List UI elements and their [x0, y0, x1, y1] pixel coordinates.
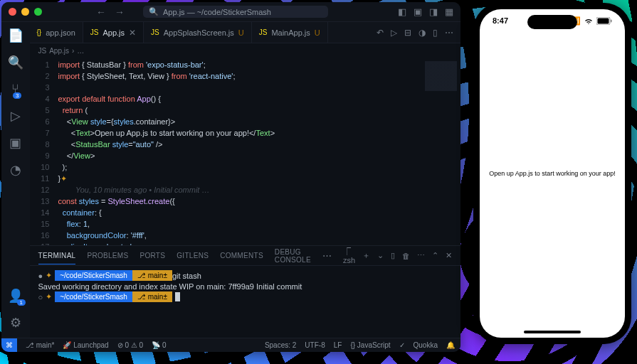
panel-tab-ports[interactable]: PORTS: [139, 252, 165, 259]
run-icon[interactable]: ▷: [391, 28, 397, 38]
vscode-window: ← → 🔍 App.js — ~/code/StickerSmash ◧ ▣ ◨…: [1, 2, 460, 352]
maximize-window-button[interactable]: [34, 8, 42, 16]
kill-terminal-icon[interactable]: 🗑: [402, 252, 410, 260]
search-text: App.js — ~/code/StickerSmash: [163, 8, 271, 16]
iphone-screen[interactable]: 8:47 📶 Open up App.js to start working o…: [480, 9, 625, 338]
timeline-icon[interactable]: ◑: [418, 28, 426, 38]
terminal-dropdown-icon[interactable]: ⌄: [377, 251, 384, 260]
close-panel-icon[interactable]: ✕: [446, 251, 452, 260]
command-center[interactable]: 🔍 App.js — ~/code/StickerSmash: [143, 6, 328, 18]
app-content: Open up App.js to start working on your …: [480, 9, 625, 338]
debug-icon[interactable]: ▷: [11, 108, 21, 124]
scm-badge: 3: [13, 92, 21, 99]
nav-back-button[interactable]: ←: [96, 6, 106, 18]
indent-status[interactable]: Spaces: 2: [265, 341, 296, 349]
panel-tab-gitlens[interactable]: GITLENS: [177, 252, 209, 259]
modified-indicator: U: [238, 28, 244, 37]
quokka-status[interactable]: Quokka: [414, 341, 438, 349]
panel-tab-problems[interactable]: PROBLEMS: [87, 252, 128, 259]
split-terminal-icon[interactable]: ▯: [391, 251, 395, 260]
extensions-icon[interactable]: ▣: [9, 135, 21, 151]
json-icon: {}: [37, 28, 42, 36]
editor-tabs: {}app.jsonJSApp.js✕JSAppSplashScreen.jsU…: [30, 22, 461, 43]
js-icon: JS: [38, 47, 47, 55]
notifications-icon[interactable]: 🔔: [446, 341, 455, 349]
tab-label: MainApp.js: [271, 28, 310, 37]
tab-actions: ↶ ▷ ⊟ ◑ ▯ ⋯: [377, 22, 460, 43]
close-tab-icon[interactable]: ✕: [129, 28, 136, 38]
titlebar: ← → 🔍 App.js — ~/code/StickerSmash ◧ ▣ ◨…: [1, 2, 460, 22]
breadcrumb[interactable]: JS App.js › …: [30, 43, 461, 58]
terminal-cursor: [175, 292, 180, 301]
dynamic-island: [527, 15, 577, 29]
line-gutter: 123456789101112131415161718192021: [30, 58, 58, 245]
breadcrumb-more: …: [77, 47, 84, 55]
modified-indicator: U: [315, 28, 320, 37]
js-icon: JS: [259, 28, 268, 36]
editor-tab[interactable]: JSMainApp.jsU: [252, 22, 328, 43]
js-icon: JS: [90, 28, 99, 36]
panel-more-icon[interactable]: ⋯: [322, 250, 332, 261]
maximize-panel-icon[interactable]: ⌃: [432, 251, 438, 260]
branch-status[interactable]: ⎇ main*: [26, 341, 54, 349]
split-editor-icon[interactable]: ▯: [433, 28, 438, 38]
iphone-simulator: 8:47 📶 Open up App.js to start working o…: [473, 3, 631, 344]
more-terminal-icon[interactable]: ⋯: [417, 251, 425, 260]
breadcrumb-sep: ›: [72, 47, 74, 55]
window-controls: [9, 8, 42, 16]
more-actions-icon[interactable]: ⋯: [445, 28, 453, 38]
tab-label: app.json: [46, 28, 75, 37]
problems-status[interactable]: ⊘ 0 ⚠ 0: [117, 341, 143, 349]
tab-label: App.js: [102, 28, 125, 37]
tab-label: AppSplashScreen.js: [164, 28, 234, 37]
search-activity-icon[interactable]: 🔍: [8, 55, 23, 70]
nav-forward-button[interactable]: →: [115, 6, 125, 18]
terminal[interactable]: ●✦~/code/StickerSmash⎇ main± git stashSa…: [30, 266, 461, 338]
panel-tab-comments[interactable]: COMMENTS: [220, 252, 263, 259]
minimap[interactable]: [421, 58, 460, 245]
port-status[interactable]: 📡 0: [152, 341, 166, 349]
layout-panel-icon[interactable]: ▣: [414, 6, 422, 17]
panel-tab-terminal[interactable]: TERMINAL: [38, 252, 76, 264]
explorer-icon[interactable]: 📄: [8, 28, 23, 43]
eol-status[interactable]: LF: [334, 341, 342, 349]
layout-primary-icon[interactable]: ◧: [398, 6, 406, 17]
language-status[interactable]: {} JavaScript: [350, 341, 390, 349]
layout-secondary-icon[interactable]: ◨: [429, 6, 438, 17]
minimize-window-button[interactable]: [21, 8, 29, 16]
scm-icon[interactable]: ⑂3: [11, 82, 19, 97]
search-icon: 🔍: [149, 7, 159, 16]
editor-tab[interactable]: JSAppSplashScreen.jsU: [144, 22, 252, 43]
code-editor[interactable]: 123456789101112131415161718192021 import…: [30, 58, 461, 245]
panel-tab-debug-console[interactable]: DEBUG CONSOLE: [275, 248, 311, 264]
home-indicator[interactable]: [524, 331, 581, 333]
status-bar: ⌘ ⎇ main* 🚀 Launchpad ⊘ 0 ⚠ 0 📡 0 Spaces…: [1, 338, 460, 352]
accounts-icon[interactable]: 👤1: [8, 288, 23, 304]
encoding-status[interactable]: UTF-8: [305, 341, 325, 349]
prompt-branch: ⎇ main±: [132, 270, 172, 281]
remote-button[interactable]: ⌘: [1, 338, 17, 352]
editor-tab[interactable]: JSApp.js✕: [83, 22, 144, 43]
close-window-button[interactable]: [9, 8, 16, 16]
code-lines[interactable]: import { StatusBar } from 'expo-status-b…: [58, 58, 422, 245]
go-back-icon[interactable]: ↶: [377, 28, 384, 38]
prettier-icon[interactable]: ✓: [399, 341, 405, 349]
new-terminal-icon[interactable]: ＋: [362, 250, 370, 261]
editor-group: {}app.jsonJSApp.js✕JSAppSplashScreen.jsU…: [30, 22, 461, 338]
prompt-branch: ⎇ main±: [132, 291, 172, 302]
customize-layout-icon[interactable]: ▦: [445, 6, 453, 17]
prompt-path: ~/code/StickerSmash: [55, 270, 132, 281]
breadcrumb-file: App.js: [49, 47, 69, 55]
js-icon: JS: [151, 28, 159, 36]
app-text: Open up App.js to start working on your …: [489, 170, 616, 177]
launchpad-button[interactable]: 🚀 Launchpad: [63, 341, 108, 349]
editor-tab[interactable]: {}app.json: [30, 22, 83, 43]
terminal-command: git stash: [172, 272, 201, 280]
docker-icon[interactable]: ◔: [10, 162, 21, 178]
panel-tabs: TERMINALPROBLEMSPORTSGITLENSCOMMENTSDEBU…: [30, 246, 461, 266]
bottom-panel: TERMINALPROBLEMSPORTSGITLENSCOMMENTSDEBU…: [30, 245, 461, 338]
terminal-shell-label[interactable]: ⎾ zsh: [343, 247, 355, 264]
prompt-path: ~/code/StickerSmash: [55, 291, 132, 302]
settings-icon[interactable]: ⚙: [10, 315, 21, 331]
compare-icon[interactable]: ⊟: [404, 28, 411, 38]
